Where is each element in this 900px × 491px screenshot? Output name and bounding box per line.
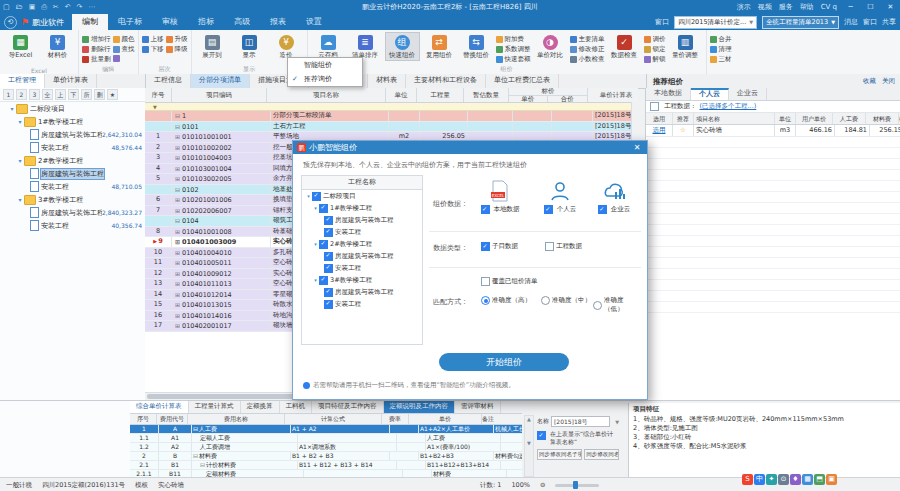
merge-button[interactable]: 合并 [710, 35, 732, 44]
emoji-icon[interactable]: ⊙ [778, 474, 789, 485]
tab-project-info[interactable]: 工程信息 [146, 74, 191, 88]
redo-icon[interactable]: ↷ [77, 3, 83, 11]
help-button[interactable]: 帮助 [800, 2, 814, 12]
col-calc-sheet[interactable]: 单价计算表 [588, 88, 638, 102]
star-button[interactable]: ★ [107, 89, 118, 100]
node-checkbox[interactable] [324, 288, 333, 297]
panel-close-button[interactable]: 关闭 [882, 77, 895, 86]
share-button[interactable]: 共享 [882, 17, 896, 27]
project-data-checkbox[interactable] [650, 102, 659, 111]
tab-item-feature[interactable]: 项目特征及工作内容 [312, 401, 384, 413]
dialog-tree-node[interactable]: 安装工程 [302, 298, 422, 310]
level1-button[interactable]: 1 [3, 89, 14, 100]
print-icon[interactable]: ⎙ [41, 3, 47, 11]
sync-children-button[interactable]: 同步修改同名子项 [537, 449, 582, 460]
tab-enterprise-cloud[interactable]: 企业云 [729, 88, 767, 100]
caret-icon[interactable]: ▾ [8, 105, 16, 112]
open-icon[interactable]: 🗁 [16, 3, 23, 11]
replace-pricing-button[interactable]: ⇆替换组价 [459, 32, 494, 61]
dialog-close-icon[interactable]: ✕ [631, 143, 643, 152]
tab-qty-formula[interactable]: 工程量计算式 [189, 401, 241, 413]
node-checkbox[interactable] [319, 276, 328, 285]
level2-button[interactable]: 2 [16, 89, 27, 100]
tab-main-materials[interactable]: 主要材料和工程设备 [406, 74, 486, 88]
surcharge-button[interactable]: 附加费 [496, 35, 531, 44]
dialog-tree-node[interactable]: 安装工程 [302, 226, 422, 238]
quick-quota-button[interactable]: 快速套额 [496, 55, 531, 64]
video-button[interactable]: 视频 [758, 2, 772, 12]
symbol-icon[interactable]: ✦ [766, 474, 777, 485]
message-button[interactable]: 消息 [844, 17, 858, 27]
tab-review-material[interactable]: 需评审材料 [455, 401, 501, 413]
move-down-button[interactable]: 下移 [142, 45, 164, 54]
star-icon[interactable]: ☆ [673, 125, 694, 136]
tree-node[interactable]: 安装工程48,710.05 [0, 180, 145, 193]
materials3-button[interactable]: 三材 [710, 55, 732, 64]
tab-bill-items[interactable]: 分部分项清单 [191, 74, 250, 88]
close-button[interactable]: ✕ [884, 3, 897, 11]
app-logo[interactable]: ⚑鹏业软件 [21, 17, 72, 28]
bottom-scrollbar[interactable]: ▲▼ [524, 415, 534, 477]
tab-unit-price-calc[interactable]: 综合单价计算表 [130, 401, 189, 413]
tree-node[interactable]: 房屋建筑与装饰工程2,642,310.04 [0, 128, 145, 141]
caret-icon[interactable]: ▾ [312, 277, 319, 283]
dialog-tree-node[interactable]: 房屋建筑与装饰工程 [302, 286, 422, 298]
zoom-out-icon[interactable]: ⊖ [540, 481, 545, 489]
cut-icon[interactable]: ✂ [53, 3, 59, 11]
clipboard-icon[interactable]: ⬒ [814, 474, 825, 485]
col-qty[interactable]: 工程量 [417, 88, 464, 102]
up-button[interactable]: 上 [55, 89, 66, 100]
zoom-slider-thumb[interactable] [573, 481, 578, 489]
demote-button[interactable]: 降级 [166, 45, 188, 54]
caret-icon[interactable]: ▾ [16, 157, 24, 164]
dialog-title-bar[interactable]: 鹏 小鹏智能组价 ✕ [293, 141, 647, 154]
dialog-tree-node[interactable]: 房屋建筑与装饰工程 [302, 250, 422, 262]
dialog-tree-node[interactable]: ▾2#教学楼工程 [302, 238, 422, 250]
back-button[interactable]: ⟲ [4, 16, 17, 29]
quick-pricing-button[interactable]: 组快速组价 [385, 32, 420, 61]
table-row-section[interactable]: 0101土石方工程[2015]18号 [145, 122, 638, 133]
tab-labor-material[interactable]: 工料机 [280, 401, 313, 413]
quota-select[interactable]: 四川2015清单计价定...▼ [674, 16, 757, 29]
decimal-check-button[interactable]: 小数检查 [570, 55, 605, 64]
menu-item-recommend-inquiry[interactable]: 推荐询价 [288, 72, 362, 86]
unlock-button[interactable]: 解锁 [644, 55, 666, 64]
menu-tab-compile[interactable]: 编制 [72, 14, 108, 30]
tab-unit-fee-summary[interactable]: 单位工程费汇总表 [486, 74, 559, 88]
caret-icon[interactable]: ▾ [312, 241, 319, 247]
menu-tab-report[interactable]: 报表 [260, 14, 296, 30]
tree-node[interactable]: ▾3#教学楼工程 [0, 193, 145, 206]
demo-button[interactable]: 演示 [737, 2, 751, 12]
table-row-section[interactable]: 1分部分项二标段清单[2015]18号 [145, 111, 638, 122]
node-checkbox[interactable] [324, 252, 333, 261]
multi-project-link[interactable]: (已选择多个工程...) [700, 102, 757, 111]
project-data-checkbox[interactable] [545, 242, 554, 251]
remove-button[interactable]: 删 [94, 89, 105, 100]
clean-button[interactable]: 清理 [710, 45, 732, 54]
undo-icon[interactable]: ↶ [65, 3, 71, 11]
caret-icon[interactable]: ▾ [312, 205, 319, 211]
recommend-row[interactable]: 选用 ☆ 实心砖墙 m3 466.16 184.81 256.15 1.04 [646, 125, 900, 137]
dialog-tree-node[interactable]: ▾3#教学楼工程 [302, 274, 422, 286]
menu-tab-audit[interactable]: 审核 [152, 14, 188, 30]
menu-tab-ebid[interactable]: 电子标 [108, 14, 152, 30]
favorite-button[interactable]: 收藏 [863, 77, 876, 86]
caret-icon[interactable]: ▾ [305, 193, 312, 199]
tree-node-selected[interactable]: 房屋建筑与装饰工程 [0, 167, 145, 180]
keyboard-icon[interactable]: ▣ [826, 474, 837, 485]
menu-tab-advanced[interactable]: 高级 [224, 14, 260, 30]
maximize-button[interactable]: ☐ [864, 3, 877, 11]
tree-node[interactable]: ▾二标段项目 [0, 102, 145, 115]
window-button[interactable]: 窗口 [863, 17, 877, 27]
dialog-tree-node[interactable]: ▾二标段项目 [302, 190, 422, 202]
promote-button[interactable]: 升级 [166, 35, 188, 44]
node-checkbox[interactable] [319, 240, 328, 249]
coefficient-adjust-button[interactable]: 系数调整 [496, 45, 531, 54]
fix-correct-button[interactable]: 修改修正 [570, 45, 605, 54]
menu-tab-index[interactable]: 指标 [188, 14, 224, 30]
export-excel-button[interactable]: ▦导Excel [3, 32, 38, 61]
lock-button[interactable]: 锁定 [644, 45, 666, 54]
minimize-button[interactable]: ─ [844, 3, 857, 11]
col-name[interactable]: 项目名称 [267, 88, 386, 102]
tree-node[interactable]: ▾2#教学楼工程 [0, 154, 145, 167]
